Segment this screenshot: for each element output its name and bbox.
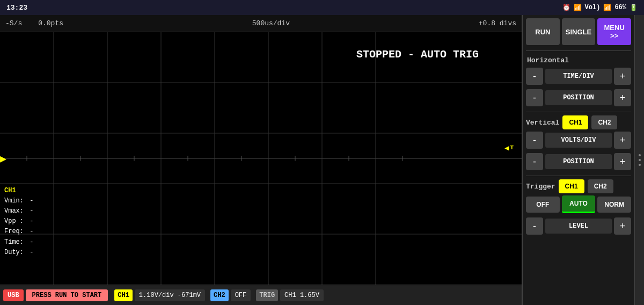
volts-div-minus-button[interactable]: - — [526, 132, 543, 149]
v-position-row: - POSITION + — [526, 153, 631, 170]
stopped-text: STOPPED - AUTO TRIG — [356, 48, 479, 61]
status-right: ⏰ 📶 Vol) 📶 66% 🔋 — [562, 4, 638, 12]
trigger-norm-button[interactable]: NORM — [597, 197, 631, 213]
level-plus-button[interactable]: + — [614, 217, 631, 235]
level-row: - LEVEL + — [526, 217, 631, 235]
time-div-label: TIME/DIV — [545, 69, 612, 84]
right-control-panel: RUN SINGLE MENU >> Horizontal - TIME/DIV… — [522, 15, 634, 305]
usb-label: USB — [3, 289, 24, 301]
vmin-row: Vmin: - — [4, 196, 33, 206]
battery-level: 66% — [614, 4, 626, 11]
alarm-icon: ⏰ — [562, 4, 570, 12]
measurements-panel: CH1 Vmin: - Vmax: - Vpp : - Freq: - — [4, 186, 33, 258]
trigger-ch-row: Trigger CH1 CH2 — [526, 179, 631, 193]
divider-3 — [526, 176, 631, 176]
vertical-label: Vertical — [526, 119, 559, 127]
vpp-label: Vpp : — [4, 217, 24, 225]
bottom-status-bar: USB PRESS RUN TO START CH1 1.10V/div -67… — [0, 285, 522, 305]
vmax-value: - — [30, 207, 33, 215]
freq-label: Freq: — [4, 228, 24, 235]
single-button[interactable]: SINGLE — [562, 18, 596, 45]
vmin-label: Vmin: — [4, 197, 24, 205]
scope-area: -S/s 0.0pts 500us/div +0.8 divs — [0, 15, 522, 305]
ch2-vertical-button[interactable]: CH2 — [591, 115, 617, 129]
handle-dot-2 — [639, 159, 641, 161]
sample-rate: -S/s — [5, 19, 22, 27]
v-position-minus-button[interactable]: - — [526, 153, 543, 170]
handle-dot-1 — [639, 154, 641, 156]
ch1-vertical-button[interactable]: CH1 — [562, 115, 588, 129]
duty-value: - — [30, 249, 33, 256]
vpp-row: Vpp : - — [4, 216, 33, 227]
top-info-bar: -S/s 0.0pts 500us/div +0.8 divs — [0, 15, 522, 32]
divs-display: +0.8 divs — [479, 19, 516, 27]
battery-icon: 🔋 — [630, 4, 638, 12]
ch1-badge[interactable]: CH1 — [114, 289, 133, 301]
run-button[interactable]: RUN — [526, 18, 560, 45]
time-div-minus-button[interactable]: - — [526, 68, 543, 85]
signal-bars: 📶 — [603, 4, 611, 12]
freq-value: - — [30, 228, 33, 235]
level-minus-button[interactable]: - — [526, 217, 543, 235]
horizontal-label: Horizontal — [526, 54, 631, 66]
divider-2 — [526, 112, 631, 112]
trig-info: CH1 1.65V — [280, 289, 324, 301]
vertical-ch-row: Vertical CH1 CH2 — [526, 115, 631, 129]
top-button-row: RUN SINGLE MENU >> — [526, 18, 631, 45]
vpp-value: - — [30, 217, 33, 225]
divider-1 — [526, 50, 631, 51]
vmin-value: - — [30, 197, 33, 205]
time-div-plus-button[interactable]: + — [614, 68, 631, 85]
ch2-status: OFF — [231, 289, 251, 301]
duty-label: Duty: — [4, 249, 24, 256]
main-layout: -S/s 0.0pts 500us/div +0.8 divs — [0, 15, 644, 305]
press-run-label: PRESS RUN TO START — [26, 289, 108, 301]
trigger-arrow: ▶ — [0, 152, 6, 165]
wifi-icon: 📶 — [574, 4, 582, 12]
volts-div-plus-button[interactable]: + — [614, 132, 631, 149]
vmax-row: Vmax: - — [4, 206, 33, 216]
trig-label: TRIG — [256, 289, 278, 301]
vmax-label: Vmax: — [4, 207, 24, 215]
grid-svg — [0, 32, 522, 285]
time-label: Time: — [4, 238, 24, 246]
h-position-row: - POSITION + — [526, 89, 631, 106]
ch1-label: CH1 — [4, 186, 33, 196]
trigger-off-button[interactable]: OFF — [526, 197, 560, 213]
ch1-info: 1.10V/div -671mV — [135, 289, 205, 301]
status-bar: 13:23 ⏰ 📶 Vol) 📶 66% 🔋 — [0, 0, 644, 15]
trigger-marker: ◀T — [504, 143, 514, 152]
h-position-minus-button[interactable]: - — [526, 89, 543, 106]
volts-div-row: - VOLTS/DIV + — [526, 132, 631, 149]
duty-row: Duty: - — [4, 248, 33, 258]
signal-label: Vol) — [585, 4, 601, 11]
far-right-handle[interactable] — [634, 15, 644, 305]
trigger-ch2-button[interactable]: CH2 — [588, 179, 613, 193]
time-display: 13:23 — [6, 4, 27, 12]
time-div-row: - TIME/DIV + — [526, 68, 631, 85]
volts-div-label: VOLTS/DIV — [545, 133, 612, 148]
trigger-ch1-button[interactable]: CH1 — [559, 179, 584, 193]
trigger-mode-row: OFF AUTO NORM — [526, 195, 631, 213]
h-position-label: POSITION — [545, 90, 612, 105]
v-position-plus-button[interactable]: + — [614, 153, 631, 170]
time-value: - — [30, 238, 33, 246]
level-label: LEVEL — [545, 219, 612, 234]
trigger-label: Trigger — [526, 183, 555, 191]
h-position-plus-button[interactable]: + — [614, 89, 631, 106]
time-div-display: 500us/div — [79, 19, 463, 27]
handle-dot-3 — [639, 164, 641, 166]
freq-row: Freq: - — [4, 227, 33, 237]
points-display: 0.0pts — [38, 19, 63, 27]
trigger-auto-button[interactable]: AUTO — [562, 195, 596, 213]
oscilloscope-grid: STOPPED - AUTO TRIG ◀T ▶ CH1 Vmin: - Vma… — [0, 32, 522, 285]
time-row: Time: - — [4, 237, 33, 248]
menu-button[interactable]: MENU >> — [597, 18, 631, 45]
v-position-label: POSITION — [545, 154, 612, 169]
ch2-badge[interactable]: CH2 — [210, 289, 229, 301]
